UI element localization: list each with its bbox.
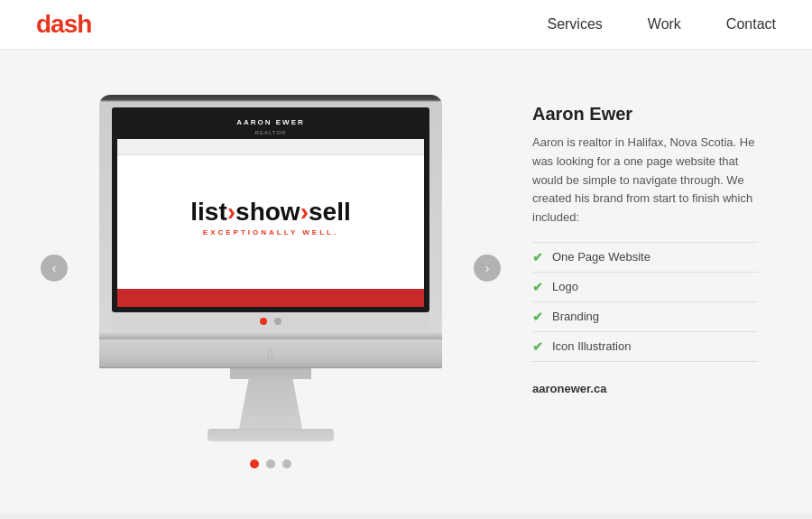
stand-top — [230, 368, 311, 379]
stand-mid — [239, 379, 302, 429]
page-content: ‹ AARON EWER REALTOR — [0, 50, 812, 519]
screen-content: AARON EWER REALTOR list›show›sell EXCEPT… — [117, 113, 424, 307]
feature-label-3: Branding — [552, 310, 599, 323]
stand-base — [208, 429, 334, 441]
carousel-dot-1[interactable] — [250, 459, 259, 468]
slide-dot-1[interactable] — [260, 318, 267, 325]
imac-screen: AARON EWER REALTOR list›show›sell EXCEPT… — [117, 113, 424, 307]
feature-item-3: ✔ Branding — [532, 302, 758, 332]
imac-mockup: AARON EWER REALTOR list›show›sell EXCEPT… — [99, 95, 442, 441]
carousel-next-button[interactable]: › — [474, 255, 501, 282]
arrow-1: › — [227, 199, 235, 225]
nav-work[interactable]: Work — [648, 16, 681, 32]
project1-features: ✔ One Page Website ✔ Logo ✔ Branding ✔ I… — [532, 242, 758, 362]
feature-label-1: One Page Website — [552, 250, 651, 264]
project1-title: Aaron Ewer — [532, 104, 758, 125]
main-nav: Services Work Contact — [547, 16, 776, 32]
project-section-1: ‹ AARON EWER REALTOR — [0, 50, 812, 514]
site-header: dash Services Work Contact — [0, 0, 812, 50]
carousel-pagination — [250, 459, 291, 468]
carousel-dot-2[interactable] — [266, 459, 275, 468]
project1-description: Aaron Ewer Aaron is realtor in Halifax, … — [532, 95, 758, 396]
screen-sub-tagline: EXCEPTIONALLY WELL. — [203, 228, 338, 236]
feature-label-2: Logo — [552, 280, 578, 293]
project1-link[interactable]: aaronewer.ca — [532, 382, 606, 395]
feature-item-1: ✔ One Page Website — [532, 242, 758, 273]
carousel-prev-button[interactable]: ‹ — [41, 255, 68, 282]
screen-brand: AARON EWER — [117, 113, 424, 130]
project-section-2: ‹ HOME CREATING SPACES FOR YOU CREATING … — [0, 514, 812, 519]
imac-stand:  — [99, 339, 442, 441]
nav-services[interactable]: Services — [547, 16, 602, 32]
carousel-wrapper: ‹ AARON EWER REALTOR — [54, 95, 487, 468]
imac-body: AARON EWER REALTOR list›show›sell EXCEPT… — [99, 95, 442, 339]
apple-logo-icon:  — [268, 346, 273, 362]
feature-label-4: Icon Illustration — [552, 339, 631, 353]
screen-main-content: list›show›sell EXCEPTIONALLY WELL. — [117, 155, 424, 289]
imac-chin:  — [99, 339, 442, 368]
screen-nav-bar — [117, 139, 424, 155]
carousel-main: ‹ AARON EWER REALTOR — [54, 95, 487, 441]
screen-bottom-bar — [117, 289, 424, 307]
tagline-p1: list — [190, 199, 226, 225]
project1-text: Aaron is realtor in Halifax, Nova Scotia… — [532, 134, 758, 227]
check-icon-1: ✔ — [532, 250, 543, 264]
imac-screen-outer: AARON EWER REALTOR list›show›sell EXCEPT… — [112, 107, 429, 312]
carousel-dot-3[interactable] — [282, 459, 291, 468]
tagline-p2: show — [235, 199, 300, 225]
nav-contact[interactable]: Contact — [726, 16, 776, 32]
check-icon-3: ✔ — [532, 310, 543, 324]
feature-item-2: ✔ Logo — [532, 273, 758, 302]
slide-dots — [112, 312, 429, 330]
check-icon-4: ✔ — [532, 339, 543, 354]
arrow-2: › — [300, 199, 309, 225]
slide-dot-2[interactable] — [274, 318, 281, 325]
feature-item-4: ✔ Icon Illustration — [532, 332, 758, 362]
tagline-p3: sell — [309, 199, 351, 225]
check-icon-2: ✔ — [532, 280, 543, 294]
site-logo[interactable]: dash — [36, 10, 91, 39]
screen-subheader: REALTOR — [117, 130, 424, 139]
screen-tagline: list›show›sell — [190, 199, 350, 225]
